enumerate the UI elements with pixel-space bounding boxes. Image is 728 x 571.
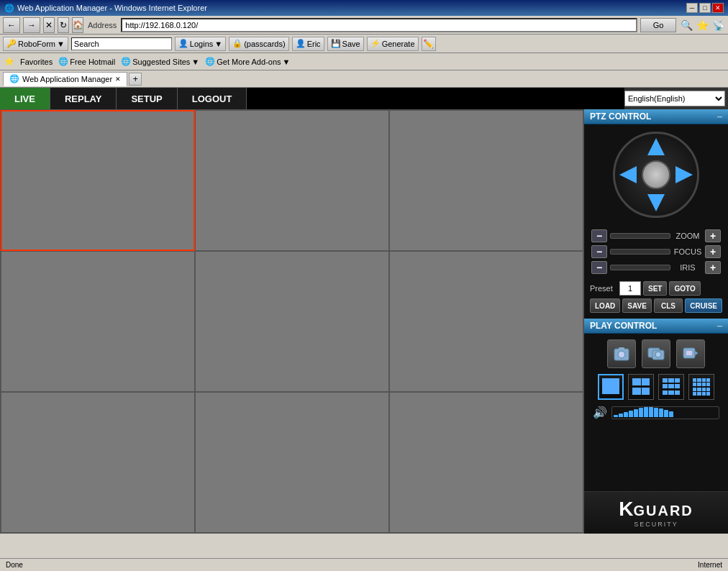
record-icon	[682, 345, 699, 362]
record-button[interactable]	[676, 339, 705, 368]
multi-snapshot-button[interactable]	[642, 339, 670, 368]
camera-cell-1[interactable]	[1, 110, 195, 251]
minimize-button[interactable]: ─	[686, 3, 698, 13]
search-input[interactable]	[71, 37, 172, 50]
addons-dropdown-icon: ▼	[283, 58, 291, 66]
stop-button[interactable]: ✕	[43, 17, 55, 33]
tab-replay[interactable]: REPLAY	[50, 88, 117, 109]
snapshot-button[interactable]	[607, 339, 636, 368]
eric-button[interactable]: 👤 Eric	[292, 37, 324, 51]
preset-input[interactable]	[619, 281, 641, 296]
title-bar-buttons: ─ □ ✕	[686, 3, 724, 13]
joystick-center[interactable]	[642, 160, 670, 189]
close-button[interactable]: ✕	[712, 3, 724, 13]
focus-plus-button[interactable]: +	[705, 245, 721, 258]
kguard-security: SECURITY	[619, 521, 693, 528]
ptz-up-button[interactable]	[647, 138, 665, 155]
tab-bar: 🌐 Web Application Manager ✕ +	[0, 70, 728, 88]
zoom-plus-button[interactable]: +	[705, 229, 721, 242]
load-button[interactable]: LOAD	[590, 298, 620, 313]
ptz-right-button[interactable]	[675, 166, 693, 183]
back-button[interactable]: ←	[3, 17, 20, 33]
home-button[interactable]: 🏠	[72, 17, 83, 33]
volume-bar-container[interactable]	[611, 406, 719, 419]
camera-cell-7[interactable]	[1, 392, 195, 533]
layout-1x1-button[interactable]	[598, 374, 624, 400]
refresh-button[interactable]: ↻	[58, 17, 69, 33]
favorites-star-icon[interactable]: ⭐	[695, 18, 709, 32]
roboform-button[interactable]: 🔑 RoboForm ▼	[3, 37, 68, 51]
roboform-dropdown-icon: ▼	[57, 40, 65, 48]
save-button[interactable]: 💾 Save	[327, 37, 364, 51]
kguard-k: K	[619, 498, 633, 521]
tab-setup[interactable]: SETUP	[117, 88, 177, 109]
joystick[interactable]	[613, 132, 699, 218]
ptz-minimize-button[interactable]: ─	[717, 113, 722, 121]
layout-4x4-button[interactable]	[688, 374, 714, 400]
ptz-down-button[interactable]	[647, 194, 665, 211]
hotmail-icon: 🌐	[58, 57, 68, 66]
cruise-button[interactable]: CRUISE	[685, 298, 722, 313]
search-icon[interactable]: 🔍	[679, 18, 693, 32]
layout-2x2-button[interactable]	[628, 374, 654, 400]
ptz-header: PTZ CONTROL ─	[584, 109, 728, 124]
iris-minus-button[interactable]: −	[591, 261, 607, 274]
iris-row: − IRIS +	[591, 261, 721, 274]
passcards-button[interactable]: 🔒 (passcards)	[229, 37, 288, 51]
tab-live[interactable]: LIVE	[0, 88, 50, 109]
tab-icon: 🌐	[9, 74, 19, 83]
title-bar-text: Web Application Manager - Windows Intern…	[17, 4, 686, 12]
suggested-sites-link[interactable]: 🌐 Suggested Sites ▼	[121, 57, 199, 66]
tab-logout[interactable]: LOGOUT	[178, 88, 247, 109]
zoom-minus-button[interactable]: −	[591, 229, 607, 242]
address-input[interactable]	[121, 18, 637, 32]
zoom-row: − ZOOM +	[591, 229, 721, 242]
focus-bar	[610, 249, 670, 255]
cls-button[interactable]: CLS	[654, 298, 683, 313]
svg-rect-3	[619, 347, 624, 350]
ptz-left-button[interactable]	[619, 166, 637, 183]
addons-icon: 🌐	[205, 57, 215, 66]
set-button[interactable]: SET	[643, 281, 667, 296]
new-tab-button[interactable]: +	[129, 73, 142, 86]
camera-cell-9[interactable]	[389, 392, 583, 533]
logins-icon: 👤	[178, 39, 188, 48]
free-hotmail-link[interactable]: 🌐 Free Hotmail	[58, 57, 115, 66]
zone-text: Internet	[698, 561, 722, 569]
tab-close-button[interactable]: ✕	[115, 76, 121, 83]
pencil-tool-button[interactable]: ✏️	[422, 37, 436, 51]
logins-button[interactable]: 👤 Logins ▼	[175, 37, 226, 51]
svg-point-6	[655, 352, 661, 357]
camera-grid	[0, 109, 584, 534]
camera-cell-3[interactable]	[389, 110, 583, 251]
iris-plus-button[interactable]: +	[705, 261, 721, 274]
layout-3x3-button[interactable]	[658, 374, 684, 400]
tab-web-app-manager[interactable]: 🌐 Web Application Manager ✕	[3, 72, 127, 86]
kguard-guard: GUARD	[633, 503, 693, 519]
preset-row-2: LOAD SAVE CLS CRUISE	[590, 298, 722, 313]
svg-point-2	[619, 352, 624, 357]
camera-cell-8[interactable]	[195, 392, 389, 533]
language-selector[interactable]: English(English)	[624, 91, 725, 106]
suggested-dropdown-icon: ▼	[191, 58, 199, 66]
camera-cell-4[interactable]	[1, 251, 195, 392]
save-preset-button[interactable]: SAVE	[622, 298, 652, 313]
save-icon: 💾	[331, 39, 341, 48]
goto-button[interactable]: GOTO	[669, 281, 700, 296]
rss-icon[interactable]: 📡	[711, 18, 725, 32]
generate-button[interactable]: ⚡ Generate	[367, 37, 419, 51]
camera-cell-5[interactable]	[195, 251, 389, 392]
go-button[interactable]: Go	[640, 18, 676, 32]
camera-cell-2[interactable]	[195, 110, 389, 251]
logins-dropdown-icon: ▼	[214, 40, 222, 48]
forward-button[interactable]: →	[23, 17, 40, 33]
play-minimize-button[interactable]: ─	[717, 322, 722, 330]
more-addons-link[interactable]: 🌐 Get More Add-ons ▼	[205, 57, 290, 66]
restore-button[interactable]: □	[699, 3, 711, 13]
eric-icon: 👤	[296, 39, 306, 48]
roboform-icon: 🔑	[6, 39, 17, 48]
camera-cell-6[interactable]	[389, 251, 583, 392]
volume-row: 🔊	[590, 406, 722, 419]
svg-marker-8	[695, 351, 698, 355]
focus-minus-button[interactable]: −	[591, 245, 607, 258]
